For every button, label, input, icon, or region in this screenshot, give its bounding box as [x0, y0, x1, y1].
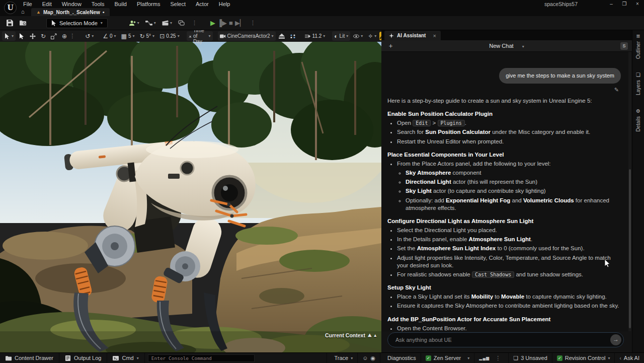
save-button[interactable] — [3, 18, 16, 29]
menu-item-build[interactable]: Build — [110, 0, 132, 8]
assistant-section: Setup Sky LightPlace a Sky Light and set… — [387, 284, 623, 310]
ai-assistant-tab[interactable]: AI Assistant × — [384, 31, 441, 40]
stop-button[interactable]: ■ — [229, 19, 233, 27]
level-viewport[interactable]: ▾ ↻ ⊕⋮ ↺▾ ∠0▾ ▦5▾ ↻5°▾ ⊡0.25▾ Time of — [0, 30, 381, 352]
surface-snapping-dropdown[interactable]: ∠0▾ — [101, 31, 118, 41]
feedback-icon[interactable]: ☺◉ — [357, 353, 380, 363]
time-of-day-dropdown[interactable]: Time of Day▾ — [187, 31, 213, 41]
toolbar-overflow-icon[interactable]: ⋮ — [189, 20, 200, 26]
rotation-snapping-dropdown[interactable]: ↻5°▾ — [137, 31, 156, 41]
rotate-tool-button[interactable]: ↻ — [39, 31, 48, 41]
view-mode-dropdown[interactable]: ◐ Lit▾ — [332, 31, 350, 41]
selection-mode-label: Selection Mode — [59, 20, 98, 26]
console-command-input[interactable] — [148, 354, 255, 362]
output-log-button[interactable]: Output Log — [59, 353, 107, 363]
pilot-toggle-button[interactable] — [288, 31, 298, 41]
close-button[interactable]: × — [631, 0, 644, 8]
diagnostics-button[interactable]: Diagnostics — [380, 353, 421, 363]
camera-speed-dropdown[interactable]: 11.2▾ — [303, 31, 328, 41]
move-tool-button[interactable] — [28, 31, 38, 41]
assistant-sub-bullet: Sky Atmosphere component — [406, 169, 623, 177]
show-flags-dropdown[interactable]: ▾ — [351, 31, 365, 41]
eject-button[interactable] — [277, 31, 287, 41]
details-icon: ⚙ — [636, 108, 640, 114]
stats-options-icon[interactable]: ⋮ — [492, 355, 504, 361]
restore-button[interactable]: ❐ — [618, 0, 631, 8]
chat-selector-dropdown[interactable]: New Chat ▾ — [381, 43, 632, 49]
ask-ue-input[interactable] — [388, 337, 623, 343]
assistant-bullet: Place a Sky Light and set its Mobility t… — [397, 293, 623, 301]
cursor-icon — [51, 20, 56, 26]
perf-stats-button[interactable]: ▂▄▆ ⋮ — [474, 353, 508, 363]
edit-message-icon[interactable]: ✎ — [614, 87, 619, 93]
cinematics-button[interactable]: ▾ — [160, 18, 174, 29]
tab-details[interactable]: ⚙ Details — [635, 108, 641, 132]
chat-scrollbar[interactable] — [628, 52, 631, 331]
blueprints-button[interactable]: ▾ — [143, 18, 158, 29]
camera-actor-dropdown[interactable]: CineCameraActor2▾ — [218, 31, 276, 41]
revision-control-dropdown[interactable]: ✓ Revision Control▾ — [552, 353, 615, 363]
current-context-button[interactable]: Current Context ⛰ ▴ — [325, 332, 376, 338]
unsaved-button[interactable]: ❏ 3 Unsaved — [508, 353, 551, 363]
camera-icon — [220, 33, 226, 39]
avatar[interactable]: S — [620, 42, 628, 50]
section-heading: Add the BP_SunPosition Actor for Accurat… — [387, 316, 623, 323]
selection-mode-dropdown[interactable]: Selection Mode ▾ — [46, 18, 108, 28]
chevron-down-icon: ▾ — [522, 44, 524, 49]
menu-item-file[interactable]: File — [18, 0, 37, 8]
add-actor-button[interactable]: ▾ — [127, 18, 141, 29]
ask-ai-button[interactable]: ‹ Ask AI — [614, 353, 644, 363]
close-tab-icon[interactable]: × — [433, 33, 436, 39]
ai-input-pill[interactable]: → — [387, 332, 624, 347]
level-tab-label: Map_North_._ScaleNew — [43, 10, 100, 15]
scale-snapping-dropdown[interactable]: ⊡0.25▾ — [157, 31, 182, 41]
content-drawer-button[interactable]: Content Drawer — [0, 353, 59, 363]
content-browser-button[interactable] — [16, 18, 29, 29]
menu-item-window[interactable]: Window — [57, 0, 87, 8]
send-button[interactable]: → — [610, 334, 621, 345]
camera-effects-dropdown[interactable]: ✧▾ — [366, 31, 378, 41]
menu-item-help[interactable]: Help — [214, 0, 235, 8]
menu-item-edit[interactable]: Edit — [37, 0, 57, 8]
section-heading: Setup Sky Light — [387, 284, 623, 292]
menu-item-tools[interactable]: Tools — [87, 0, 110, 8]
menu-item-platforms[interactable]: Platforms — [132, 0, 165, 8]
scale-tool-button[interactable] — [49, 31, 59, 41]
menu-item-actor[interactable]: Actor — [191, 0, 214, 8]
coordinate-system-dropdown[interactable]: ↺▾ — [83, 31, 96, 41]
home-icon[interactable]: ⌂ — [21, 9, 25, 15]
menu-item-select[interactable]: Select — [165, 0, 191, 8]
cmd-dropdown[interactable]: Cmd▾ — [107, 353, 144, 363]
level-tab[interactable]: ▲ Map_North_._ScaleNew • — [31, 8, 110, 16]
screenshot-icon[interactable]: ◉ — [370, 355, 375, 361]
ai-input-bar: → — [381, 331, 632, 352]
grid-snapping-dropdown[interactable]: ▦5▾ — [119, 31, 137, 41]
viewport-toolbar: ▾ ↻ ⊕⋮ ↺▾ ∠0▾ ▦5▾ ↻5°▾ ⊡0.25▾ Time of — [0, 30, 381, 42]
tab-layers[interactable]: ❏ Layers — [635, 72, 641, 95]
eject-icon — [279, 33, 285, 39]
cinematic-curve-icon — [379, 33, 381, 39]
unreal-logo[interactable]: U — [4, 2, 17, 14]
grid-options-icon[interactable]: ⋮ — [68, 33, 76, 39]
trace-dropdown[interactable]: Trace▾ — [327, 353, 357, 363]
assistant-bullet: Open the Content Browser. — [397, 325, 623, 331]
current-context-label: Current Context — [325, 332, 365, 338]
select-tool-button[interactable] — [17, 31, 27, 41]
play-button[interactable]: ▶ — [210, 19, 215, 27]
tab-outliner[interactable]: ≣ Outliner — [635, 33, 641, 59]
select-arrow-icon — [19, 33, 25, 39]
ai-chat-scroll-area[interactable]: give me the steps to make a sun sky syst… — [381, 52, 632, 331]
transform-tools-dropdown[interactable]: ▾ — [2, 31, 16, 41]
chevron-down-icon: ▾ — [137, 21, 139, 25]
minimize-button[interactable]: – — [605, 0, 618, 8]
add-actor-icon — [129, 20, 136, 26]
editor-modes-button[interactable] — [176, 18, 187, 29]
play-options-icon[interactable]: ⋮ — [247, 20, 259, 26]
frame-skip-button[interactable]: ▐▶ — [217, 19, 227, 27]
world-space-toggle[interactable]: ⊕⋮ — [60, 31, 78, 41]
zen-server-dropdown[interactable]: ✓ Zen Server▾ — [421, 353, 474, 363]
zen-server-icon: ✓ — [426, 355, 431, 361]
launch-button[interactable]: ▶▏ — [235, 19, 245, 27]
view-mode-label: Lit — [340, 33, 345, 39]
cinematic-control-toggle[interactable] — [379, 32, 381, 40]
